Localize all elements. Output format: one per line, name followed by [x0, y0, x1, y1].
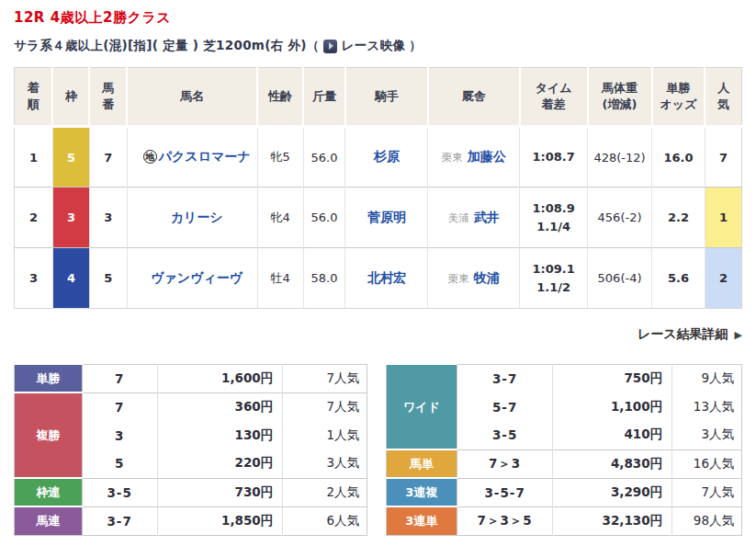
result-row-1: 1 5 7 地パクスロマーナ 牝5 56.0 杉原 栗東加藤公 1:08.7 4…	[15, 127, 742, 188]
horse-name-cell: 地パクスロマーナ	[127, 127, 257, 188]
race-results-table: 着 順 枠 馬 番 馬名 性齢 斤量 騎手 厩舎 タイム 着差 馬体重 (増減)…	[14, 67, 742, 309]
time-cell: 1:09.1 1.1/2	[520, 248, 588, 309]
combo-cell: 7＞3	[457, 449, 553, 478]
amount-cell: 730円	[157, 478, 283, 506]
rank-cell: 1	[15, 127, 53, 188]
popularity-cell: 3人気	[283, 449, 367, 478]
result-row-2: 2 3 3 カリーシ 牝4 56.0 菅原明 美浦武井 1:08.9 1.1/4…	[15, 188, 742, 248]
horse-weight-cell: 456(-2)	[588, 188, 652, 248]
popularity-cell: 1人気	[283, 421, 367, 449]
win-odds-cell: 5.6	[652, 248, 705, 309]
popularity-cell: 7	[705, 127, 741, 188]
local-horse-mark: 地	[143, 150, 157, 164]
amount-cell: 130円	[157, 421, 283, 449]
combo-cell: 5	[82, 449, 157, 478]
stable-cell: 栗東牧浦	[428, 248, 520, 309]
win-odds-cell: 2.2	[652, 188, 705, 248]
payout-row: 馬連 3-7 1,850円 6人気	[15, 506, 367, 535]
weight-cell: 56.0	[303, 188, 345, 248]
horse-name-link[interactable]: ヴァンヴィーヴ	[151, 270, 243, 285]
combo-cell: 7＞3＞5	[457, 506, 553, 535]
jockey-link[interactable]: 菅原明	[367, 210, 406, 224]
col-header-rank: 着 順	[15, 68, 53, 127]
horse-name-cell: カリーシ	[127, 188, 257, 248]
horse-weight-cell: 428(-12)	[588, 127, 652, 188]
result-row-3: 3 4 5 ヴァンヴィーヴ 牡4 58.0 北村宏 栗東牧浦 1:09.1 1.…	[15, 248, 742, 309]
trainer-link[interactable]: 加藤公	[468, 149, 506, 164]
sex-age-cell: 牡4	[257, 248, 303, 309]
payout-row: 3連単 7＞3＞5 32,130円 98人気	[387, 506, 742, 535]
popularity-cell: 7人気	[283, 392, 367, 421]
popularity-cell: 9人気	[672, 364, 742, 392]
jockey-link[interactable]: 杉原	[374, 149, 400, 164]
col-header-jockey: 騎手	[345, 68, 428, 127]
payout-group-trio: 3連複 3-5-7 3,290円 7人気	[387, 478, 742, 506]
combo-cell: 5-7	[457, 392, 553, 421]
race-result-detail-link[interactable]: レース結果詳細▶	[638, 326, 742, 341]
jockey-link[interactable]: 北村宏	[367, 270, 406, 285]
popularity-cell: 7人気	[672, 478, 742, 506]
combo-cell: 3-5-7	[457, 478, 553, 506]
popularity-cell: 13人気	[672, 392, 742, 421]
trainer-link[interactable]: 武井	[474, 210, 500, 224]
jockey-cell: 杉原	[345, 127, 428, 188]
popularity-cell: 2人気	[283, 478, 367, 506]
payout-group-exacta: 馬単 7＞3 4,830円 16人気	[387, 449, 742, 478]
bet-type-label: 3連単	[387, 506, 457, 535]
jockey-cell: 菅原明	[345, 188, 428, 248]
popularity-cell: 1	[705, 188, 741, 248]
bet-type-label: 枠連	[15, 478, 83, 506]
payout-table-right: ワイド 3-7 750円 9人気 5-7 1,100円 13人気 3-5 410…	[386, 363, 742, 536]
payout-group-quinella: 馬連 3-7 1,850円 6人気	[15, 506, 367, 535]
amount-cell: 32,130円	[553, 506, 672, 535]
margin-value: 1.1/2	[520, 279, 587, 297]
col-header-horse-weight: 馬体重 (増減)	[588, 68, 652, 127]
chevron-right-icon: ▶	[735, 329, 742, 341]
bet-type-label: 馬連	[15, 506, 83, 535]
weight-cell: 56.0	[303, 127, 345, 188]
page: 12R 4歳以上2勝クラス サラ系４歳以上(混)[指]( 定量 ) 芝1200m…	[0, 0, 756, 536]
popularity-cell: 16人気	[672, 449, 742, 478]
weight-cell: 58.0	[303, 248, 345, 309]
amount-cell: 220円	[157, 449, 283, 478]
stable-cell: 美浦武井	[428, 188, 520, 248]
horse-name-cell: ヴァンヴィーヴ	[127, 248, 257, 309]
stable-region: 美浦	[448, 211, 469, 224]
payout-row: 複勝 7 360円 7人気	[15, 392, 367, 421]
col-header-time-margin: タイム 着差	[520, 68, 588, 127]
amount-cell: 1,100円	[553, 392, 672, 421]
popularity-cell: 7人気	[283, 364, 367, 392]
combo-cell: 7	[82, 364, 157, 392]
stable-cell: 栗東加藤公	[428, 127, 520, 188]
amount-cell: 3,290円	[553, 478, 672, 506]
race-video-label: レース映像	[342, 38, 406, 54]
win-odds-cell: 16.0	[652, 127, 705, 188]
col-header-weight: 斤量	[303, 68, 345, 127]
combo-cell: 3-5	[82, 478, 157, 506]
payout-table-left: 単勝 7 1,600円 7人気 複勝 7 360円 7人気 3 130円 1人気	[14, 363, 367, 536]
umaban-cell: 5	[89, 248, 127, 309]
bet-type-label: 馬単	[387, 449, 457, 478]
payout-row: 3連複 3-5-7 3,290円 7人気	[387, 478, 742, 506]
umaban-cell: 7	[89, 127, 127, 188]
margin-value: 1.1/4	[520, 218, 587, 236]
payout-row: 馬単 7＞3 4,830円 16人気	[387, 449, 742, 478]
race-conditions-text: サラ系４歳以上(混)[指]( 定量 ) 芝1200m(右 外)	[14, 38, 307, 54]
payout-row: ワイド 3-7 750円 9人気	[387, 364, 742, 392]
horse-name-link[interactable]: カリーシ	[171, 210, 223, 224]
payout-row: 枠連 3-5 730円 2人気	[15, 478, 367, 506]
rank-cell: 3	[15, 248, 53, 309]
horse-name-link[interactable]: パクスロマーナ	[159, 149, 251, 164]
combo-cell: 3-7	[82, 506, 157, 535]
col-header-stable: 厩舎	[428, 68, 520, 127]
trainer-link[interactable]: 牧浦	[474, 270, 500, 285]
race-video-link[interactable]: レース映像	[323, 38, 406, 54]
waku-cell: 3	[52, 188, 89, 248]
amount-cell: 1,850円	[157, 506, 283, 535]
payout-row: 単勝 7 1,600円 7人気	[15, 364, 367, 392]
paren-close: ）	[409, 38, 422, 54]
payout-group-bracket-quinella: 枠連 3-5 730円 2人気	[15, 478, 367, 506]
combo-cell: 7	[82, 392, 157, 421]
combo-cell: 3-5	[457, 421, 553, 449]
waku-cell: 4	[52, 248, 89, 309]
